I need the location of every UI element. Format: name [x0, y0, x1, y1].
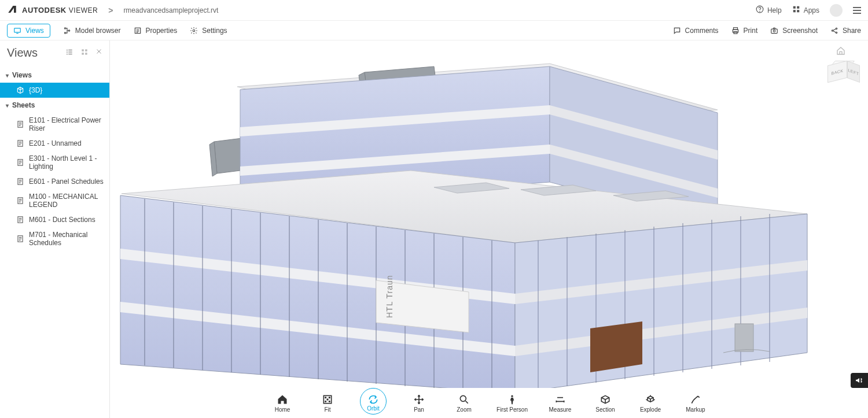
bottom-markup-button[interactable]: Markup: [683, 394, 708, 413]
help-label: Help: [767, 6, 782, 14]
announcements-button[interactable]: [851, 373, 868, 388]
header-right: Help Apps: [756, 4, 861, 17]
tree-item-label: M100 - MECHANICAL LEGEND: [29, 193, 104, 209]
help-button[interactable]: Help: [756, 5, 782, 15]
fit-icon: [322, 394, 333, 405]
tree-item-3d[interactable]: {3D}: [0, 83, 109, 98]
svg-rect-84: [735, 324, 753, 352]
bottom-pan-button[interactable]: Pan: [406, 394, 432, 413]
viewcube-home-icon[interactable]: [836, 46, 845, 57]
bottom-fit-button[interactable]: Fit: [315, 394, 340, 413]
toolbar-model-browser-label: Model browser: [75, 27, 121, 35]
pan-icon: [413, 394, 425, 405]
toolbar-left: Views Model browser Properties Settings: [7, 24, 227, 38]
svg-rect-3: [797, 6, 799, 9]
toolbar-settings-button[interactable]: Settings: [190, 27, 227, 35]
bottom-orbit-button[interactable]: Orbit: [360, 391, 387, 415]
bottom-firstperson-button[interactable]: First Person: [496, 394, 528, 413]
toolbar-right: Comments Print Screenshot Share: [673, 27, 861, 35]
tree-item-sheet[interactable]: M100 - MECHANICAL LEGEND: [0, 189, 109, 212]
tree-item-sheet[interactable]: E601 - Panel Schedules: [0, 174, 109, 189]
svg-point-1: [760, 11, 760, 12]
gear-icon: [190, 27, 198, 35]
tree-group-views[interactable]: Views: [0, 68, 109, 83]
toolbar-comments-button[interactable]: Comments: [673, 27, 719, 35]
toolbar-print-button[interactable]: Print: [731, 27, 758, 35]
svg-rect-21: [68, 50, 72, 50]
svg-rect-25: [68, 54, 72, 54]
home-icon: [277, 394, 288, 405]
tree-item-3d-label: {3D}: [29, 86, 42, 94]
apps-label: Apps: [804, 6, 819, 14]
close-icon[interactable]: [95, 48, 102, 58]
svg-point-20: [67, 50, 68, 51]
sheet-icon: [16, 177, 24, 186]
sheet-icon: [16, 158, 24, 167]
toolbar-model-browser-button[interactable]: Model browser: [63, 27, 121, 35]
bottom-item-label: Orbit: [367, 405, 380, 412]
apps-button[interactable]: Apps: [792, 5, 819, 15]
tree-item-label: E301 - North Level 1 - Lighting: [29, 154, 104, 171]
tree-group-views-label: Views: [12, 71, 32, 79]
toolbar-views-button[interactable]: Views: [7, 24, 50, 38]
header-bar: AUTODESK VIEWER > rmeadvancedsampleproje…: [0, 0, 868, 21]
print-icon: [731, 27, 740, 35]
file-name: rmeadvancedsampleproject.rvt: [123, 6, 218, 14]
cube-icon: [16, 86, 24, 94]
svg-rect-4: [793, 10, 795, 12]
svg-point-22: [67, 51, 68, 53]
toolbar-properties-button[interactable]: Properties: [134, 27, 178, 35]
toolbar-share-label: Share: [843, 27, 861, 35]
sheet-icon: [16, 120, 24, 128]
bottom-explode-button[interactable]: Explode: [638, 394, 663, 413]
bottom-item-label: Markup: [686, 406, 705, 413]
camera-icon: [770, 27, 778, 35]
explode-icon: [645, 394, 656, 405]
bottom-home-button[interactable]: Home: [270, 394, 295, 413]
sidebar-header: Views: [0, 40, 109, 64]
svg-point-7: [64, 27, 65, 28]
svg-point-91: [460, 395, 466, 401]
toolbar-screenshot-button[interactable]: Screenshot: [770, 27, 818, 35]
model-viewport[interactable]: HTL Traun BACK LEFT: [110, 40, 868, 418]
tree-item-sheet[interactable]: E301 - North Level 1 - Lighting: [0, 151, 109, 174]
tree-item-sheet[interactable]: E101 - Electrical Power Riser: [0, 113, 109, 136]
toolbar-comments-label: Comments: [685, 27, 719, 35]
sheet-icon: [16, 235, 24, 243]
viewcube[interactable]: BACK LEFT: [824, 61, 858, 88]
views-sidebar: Views Views {3D} Sheets E101 - Electrica…: [0, 40, 110, 418]
grid-view-icon[interactable]: [80, 48, 89, 58]
toolbar-print-label: Print: [744, 27, 758, 35]
svg-point-16: [774, 29, 776, 32]
tree-item-sheet[interactable]: M701 - Mechanical Schedules: [0, 227, 109, 250]
bottom-zoom-button[interactable]: Zoom: [451, 394, 477, 413]
svg-rect-2: [793, 6, 795, 9]
tree-icon: [63, 27, 71, 35]
tree-group-sheets-label: Sheets: [12, 101, 35, 109]
toolbar-share-button[interactable]: Share: [830, 27, 861, 35]
brand-block: AUTODESK VIEWER > rmeadvancedsampleproje…: [7, 4, 218, 16]
svg-rect-26: [82, 49, 84, 51]
tree-item-sheet[interactable]: M601 - Duct Sections: [0, 212, 109, 227]
hamburger-menu-icon[interactable]: [853, 7, 861, 14]
svg-point-90: [329, 401, 330, 402]
tree-group-sheets[interactable]: Sheets: [0, 98, 109, 113]
bottom-section-button[interactable]: Section: [593, 394, 618, 413]
svg-rect-15: [771, 29, 778, 34]
screen-icon: [13, 27, 21, 35]
bottom-measure-button[interactable]: Measure: [547, 394, 573, 413]
brand-light: VIEWER: [69, 6, 98, 14]
list-view-icon[interactable]: [65, 48, 73, 58]
main-area: Views Views {3D} Sheets E101 - Electrica…: [0, 40, 868, 418]
tree-item-sheet[interactable]: E201 - Unnamed: [0, 136, 109, 151]
svg-rect-5: [797, 10, 799, 12]
sheet-icon: [16, 216, 24, 224]
bottom-item-label: First Person: [496, 406, 528, 413]
apps-icon: [792, 5, 800, 15]
svg-point-87: [325, 397, 326, 398]
svg-text:HTL Traun: HTL Traun: [385, 275, 394, 318]
user-avatar[interactable]: [830, 4, 843, 17]
brand-text: AUTODESK VIEWER: [22, 6, 98, 14]
bottom-toolbar: HomeFitOrbitPanZoomFirst PersonMeasureSe…: [110, 388, 868, 418]
viewcube-back-face[interactable]: BACK: [827, 61, 847, 83]
